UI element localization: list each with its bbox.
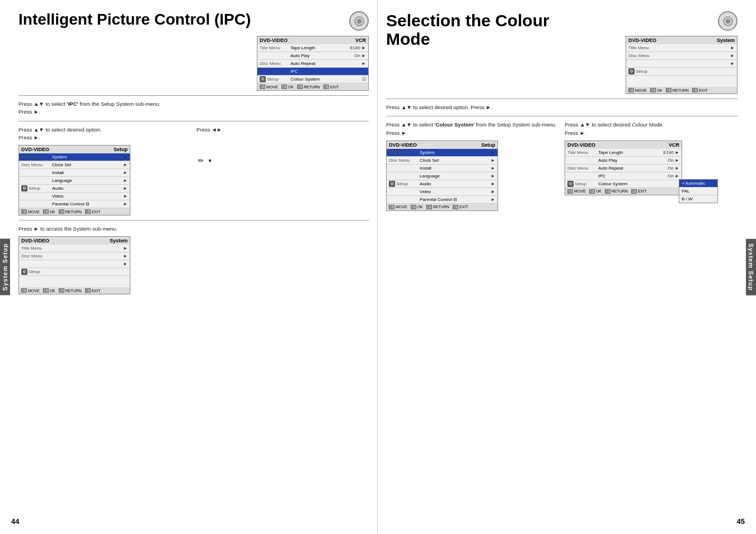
divider	[18, 121, 369, 121]
menu-vcr-right-bottom: DVD-VIDEO VCR Title Menu Tape Length E18…	[565, 140, 682, 195]
table-row: IPC	[257, 68, 368, 76]
menu-vcr-left: DVD-VIDEO VCR Title Menu Tape Length E18…	[257, 36, 369, 91]
table-row: Title Menu ►	[19, 245, 130, 252]
table-row: Disc Menu Auto Repeat On ►	[565, 165, 682, 172]
table-row: ⚙Setup	[19, 268, 130, 276]
divider	[18, 220, 369, 221]
menu-footer: □MOVE □OK □RETURN □EXIT	[565, 188, 682, 195]
ipc-icon	[349, 11, 369, 31]
table-row: Disc Menu ►	[626, 52, 737, 60]
table-row: Install ►	[19, 169, 130, 177]
table-row: Title Menu System ►	[387, 149, 497, 157]
table-row: ⚙Setup Audio ►	[387, 180, 497, 188]
left-title: Intelligent Picture Control (IPC)	[18, 11, 251, 29]
table-row: ►	[19, 260, 130, 268]
table-row: Title Menu Tape Length E180 ►	[257, 44, 368, 52]
table-row: Title Menu Tape Length E180 ►	[565, 149, 682, 157]
right-step1-text: Press ▲▼ to select desired option. Press…	[386, 104, 738, 111]
menu1-header-left: DVD-VIDEO	[260, 38, 288, 43]
menu1-header-right: VCR	[355, 38, 366, 43]
menu-system-left: DVD-VIDEO System Title Menu ► Disc Menu …	[18, 236, 130, 294]
colour-submenu: ✓Automatic PAL B / W	[679, 179, 718, 203]
table-row: Title Menu ►	[626, 44, 737, 52]
table-row: Title Menu System ►	[19, 153, 130, 161]
table-row: Video ►	[19, 193, 130, 200]
submenu-row: B / W	[679, 195, 717, 203]
right-title: Selection the ColourMode	[386, 11, 620, 48]
step3-text: Press ◄►.	[196, 126, 369, 134]
right-page: System Setup Selection the ColourMode	[378, 0, 756, 534]
table-row: Auto Play On ►	[257, 52, 368, 60]
menu-system-right-top: DVD-VIDEO System Title Menu ► Disc Menu …	[626, 36, 738, 94]
note-icon: ✏	[196, 156, 205, 165]
menu-footer: □MOVE □OK □RETURN □EXIT	[626, 87, 737, 93]
menu-setup-right: DVD-VIDEO Setup Title Menu System ► Disc…	[386, 140, 498, 211]
table-row: Language ►	[19, 177, 130, 185]
svg-point-1	[357, 19, 361, 24]
menu-footer: □MOVE □OK □RETURN □EXIT	[387, 204, 497, 210]
divider	[18, 95, 369, 96]
menu-footer: □MOVE □OK □RETURN □EXIT	[19, 287, 130, 294]
table-row: Disc Menu Clock Set ►	[19, 161, 130, 169]
right-step2-text: Press ▲▼ to select 'Colour System' from …	[386, 121, 559, 137]
submenu-row: ✓Automatic	[679, 180, 717, 188]
table-row: Parental Control ⊟ ►	[387, 196, 497, 204]
right-step3-text: Press ▲▼ to select desired Colour Mode. …	[565, 121, 738, 137]
svg-point-3	[726, 19, 730, 24]
table-row: Parental Control ⊟ ►	[19, 200, 130, 208]
page-number-left: 44	[11, 517, 19, 526]
divider	[386, 99, 738, 99]
page-number-right: 45	[737, 517, 745, 526]
table-row: ⚙Setup Audio ►	[19, 185, 130, 193]
step2-text: Press ▲▼ to select desired option. Press…	[18, 126, 191, 142]
step4-text: Press ► to access the System sub-menu.	[18, 225, 130, 233]
table-row: Language ►	[387, 172, 497, 180]
colour-mode-icon	[718, 11, 738, 31]
table-row: ⚙Setup Colour System ☑	[257, 76, 368, 83]
menu-setup-left: DVD-VIDEO Setup Title Menu System ► Disc…	[18, 145, 130, 216]
table-row: Disc Menu Auto Repeat ►	[257, 60, 368, 68]
table-row: Disc Menu Clock Set ►	[387, 157, 497, 165]
table-row: ⚙Setup Colour System ✓Automatic PAL B / …	[565, 180, 682, 188]
table-row: Auto Play On ►	[565, 157, 682, 165]
menu-footer: □MOVE □OK □RETURN □EXIT	[19, 208, 130, 215]
table-row: IPC On ►	[565, 172, 682, 180]
table-row: ►	[626, 60, 737, 68]
table-row: Install ►	[387, 165, 497, 172]
step1-text: Press ▲▼ to select 'IPC' from the Setup …	[18, 100, 369, 116]
left-page: System Setup Intelligent Picture Control…	[0, 0, 378, 534]
side-tab-right: System Setup	[746, 239, 756, 296]
table-row: ⚙Setup	[626, 68, 737, 76]
side-tab-left: System Setup	[0, 239, 10, 296]
submenu-row: PAL	[679, 188, 717, 195]
note-text: ■	[209, 158, 212, 163]
menu-footer: □MOVE □OK □RETURN □EXIT	[257, 83, 368, 90]
table-row: Video ►	[387, 188, 497, 196]
table-row: Disc Menu ►	[19, 252, 130, 260]
divider	[386, 116, 738, 116]
